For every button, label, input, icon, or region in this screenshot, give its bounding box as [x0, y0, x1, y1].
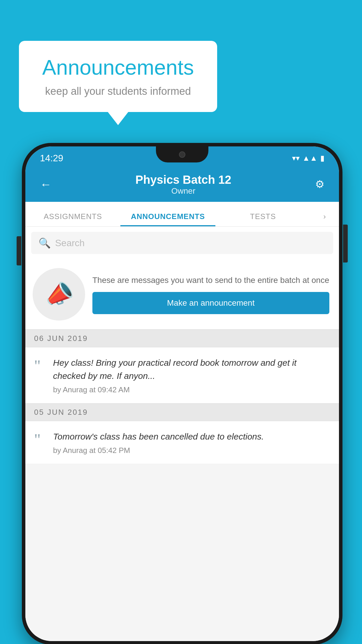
tab-more[interactable]: › [310, 212, 339, 226]
tab-announcements[interactable]: ANNOUNCEMENTS [120, 212, 215, 226]
speech-bubble-container: Announcements keep all your students inf… [19, 41, 217, 112]
settings-button[interactable]: ⚙ [312, 175, 327, 193]
quote-icon-1: " [34, 358, 46, 374]
phone-notch [156, 146, 208, 162]
phone-wrapper: 14:29 ▾▾ ▲▲ ▮ ← Physics Batch 12 Owner ⚙ [22, 143, 342, 644]
back-button[interactable]: ← [37, 175, 55, 194]
search-icon: 🔍 [38, 237, 51, 249]
announcement-item-1[interactable]: " Hey class! Bring your practical record… [25, 347, 339, 403]
status-icons: ▾▾ ▲▲ ▮ [292, 154, 324, 163]
megaphone-icon: 📣 [41, 277, 77, 312]
status-time: 14:29 [40, 153, 63, 164]
speech-bubble-title: Announcements [36, 55, 200, 79]
search-box[interactable]: 🔍 Search [31, 232, 333, 254]
quote-icon-2: " [34, 431, 46, 447]
phone-screen: 14:29 ▾▾ ▲▲ ▮ ← Physics Batch 12 Owner ⚙ [25, 146, 339, 641]
battery-icon: ▮ [320, 154, 324, 163]
promo-icon-circle: 📣 [33, 268, 85, 321]
tab-tests[interactable]: TESTS [215, 212, 310, 226]
make-announcement-button[interactable]: Make an announcement [92, 292, 329, 314]
announcement-item-2[interactable]: " Tomorrow's class has been cancelled du… [25, 421, 339, 464]
phone-content-wrapper: ← Physics Batch 12 Owner ⚙ ASSIGNMENTS A… [25, 167, 339, 641]
promo-description: These are messages you want to send to t… [92, 274, 329, 286]
front-camera [179, 151, 185, 158]
announcement-text-1: Hey class! Bring your practical record b… [53, 356, 330, 382]
promo-right: These are messages you want to send to t… [92, 274, 329, 314]
phone-outer: 14:29 ▾▾ ▲▲ ▮ ← Physics Batch 12 Owner ⚙ [22, 143, 342, 644]
speech-bubble: Announcements keep all your students inf… [19, 41, 217, 112]
announcement-meta-2: by Anurag at 05:42 PM [53, 446, 330, 455]
announcement-text-2: Tomorrow's class has been cancelled due … [53, 430, 330, 443]
tabs: ASSIGNMENTS ANNOUNCEMENTS TESTS › [25, 202, 339, 227]
date-separator-2: 05 JUN 2019 [25, 403, 339, 421]
app-bar-title-section: Physics Batch 12 Owner [135, 173, 231, 196]
content-area: 🔍 Search 📣 These are messages you want t… [25, 227, 339, 641]
announcement-content-1: Hey class! Bring your practical record b… [53, 356, 330, 394]
search-container: 🔍 Search [25, 227, 339, 259]
tab-assignments[interactable]: ASSIGNMENTS [25, 212, 120, 226]
app-bar-title: Physics Batch 12 [135, 173, 231, 186]
announcement-promo: 📣 These are messages you want to send to… [25, 259, 339, 330]
signal-icon: ▲▲ [303, 154, 317, 163]
wifi-icon: ▾▾ [292, 154, 300, 163]
speech-bubble-subtitle: keep all your students informed [36, 85, 200, 97]
app-bar: ← Physics Batch 12 Owner ⚙ [25, 167, 339, 202]
date-separator-1: 06 JUN 2019 [25, 330, 339, 347]
announcement-meta-1: by Anurag at 09:42 AM [53, 385, 330, 394]
announcement-content-2: Tomorrow's class has been cancelled due … [53, 430, 330, 455]
search-placeholder: Search [55, 238, 85, 249]
app-bar-subtitle: Owner [135, 186, 231, 196]
